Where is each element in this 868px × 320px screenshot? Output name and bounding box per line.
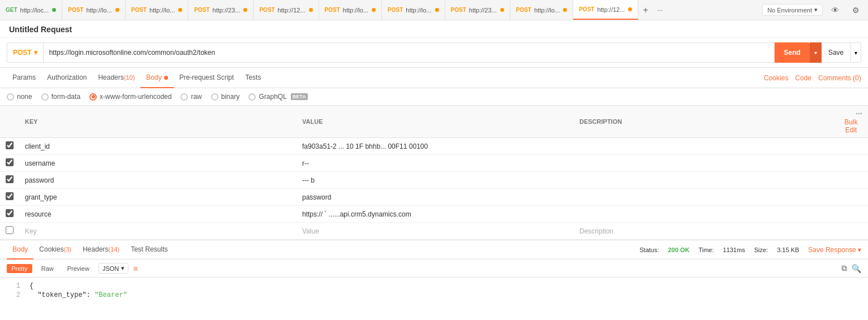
row2-key-input[interactable] — [25, 159, 291, 167]
row5-desc-input[interactable] — [579, 210, 828, 218]
row1-key-input[interactable] — [25, 142, 291, 150]
resp-tab-headers[interactable]: Headers (14) — [77, 241, 125, 260]
url-input[interactable] — [43, 42, 775, 63]
tab-params-label: Params — [12, 73, 36, 81]
row2-check-cell — [0, 155, 19, 172]
row3-value-input[interactable] — [302, 176, 568, 184]
comments-link[interactable]: Comments (0) — [818, 74, 861, 82]
tab-2[interactable]: POST http://lo... — [62, 0, 125, 20]
row1-value-input[interactable] — [302, 142, 568, 150]
tab-prerequest[interactable]: Pre-request Script — [174, 68, 240, 88]
save-response-button[interactable]: Save Response ▾ — [808, 246, 861, 254]
tab-headers[interactable]: Headers (10) — [92, 68, 140, 88]
empty-key-input[interactable] — [25, 227, 291, 235]
row3-desc-input[interactable] — [579, 176, 828, 184]
row2-desc-input[interactable] — [579, 159, 828, 167]
format-select[interactable]: JSON ▾ — [98, 263, 128, 274]
row5-checkbox[interactable] — [6, 209, 14, 217]
save-response-label: Save Response — [808, 246, 856, 254]
wrap-icon[interactable]: ≡ — [133, 264, 137, 273]
empty-desc-input[interactable] — [579, 227, 828, 235]
search-icon[interactable]: 🔍 — [852, 263, 861, 273]
tab-6-dot — [372, 8, 376, 12]
settings-icon[interactable]: ⚙ — [848, 2, 863, 18]
fmt-tab-raw[interactable]: Raw — [37, 264, 58, 273]
table-header-row: KEY VALUE DESCRIPTION ··· Bulk Edit — [0, 106, 868, 138]
empty-value-input[interactable] — [302, 227, 568, 235]
body-type-urlencoded[interactable]: x-www-form-urlencoded — [89, 93, 171, 101]
tab-9-method: POST — [516, 7, 531, 13]
row3-key-cell — [19, 172, 297, 189]
row4-desc-input[interactable] — [579, 193, 828, 201]
row3-key-input[interactable] — [25, 176, 291, 184]
send-dropdown-button[interactable]: ▾ — [810, 42, 822, 63]
body-type-binary[interactable]: binary — [211, 93, 240, 101]
eye-icon[interactable]: 👁 — [827, 2, 843, 18]
row2-value-input[interactable] — [302, 159, 568, 167]
body-type-graphql[interactable]: GraphQL BETA — [248, 93, 307, 101]
save-dropdown-button[interactable]: ▾ — [851, 42, 861, 63]
row5-value-input[interactable] — [302, 210, 568, 218]
bulk-edit-button[interactable]: Bulk Edit — [840, 118, 862, 134]
body-active-dot — [164, 76, 168, 80]
code-link[interactable]: Code — [795, 74, 811, 82]
resp-tab-cookies[interactable]: Cookies (3) — [33, 241, 77, 260]
tab-authorization[interactable]: Authorization — [41, 68, 92, 88]
body-type-bar: none form-data x-www-form-urlencoded raw… — [0, 88, 868, 106]
save-button[interactable]: Save — [822, 42, 851, 63]
format-bar: Pretty Raw Preview JSON ▾ ≡ ⧉ 🔍 — [0, 260, 868, 278]
resp-tab-test-results[interactable]: Test Results — [125, 241, 173, 260]
row1-checkbox[interactable] — [6, 141, 14, 149]
add-tab-button[interactable]: + — [638, 0, 652, 20]
method-select[interactable]: POST ▾ — [7, 42, 43, 63]
row3-checkbox[interactable] — [6, 175, 14, 183]
empty-row-checkbox[interactable] — [6, 226, 14, 234]
tab-6-method: POST — [325, 7, 340, 13]
tab-9[interactable]: POST http://lo... — [510, 0, 573, 20]
tab-4[interactable]: POST http://23... — [188, 0, 253, 20]
fmt-tab-preview[interactable]: Preview — [63, 264, 94, 273]
send-button[interactable]: Send — [775, 42, 809, 63]
tab-body-label: Body — [146, 73, 161, 81]
tab-params[interactable]: Params — [7, 68, 41, 88]
headers-badge: (10) — [124, 74, 135, 81]
table-row — [0, 155, 868, 172]
tab-7[interactable]: POST http://lo... — [382, 0, 445, 20]
tab-6[interactable]: POST http://lo... — [319, 0, 382, 20]
chevron-down-icon: ▾ — [814, 6, 818, 14]
tab-2-dot — [115, 8, 119, 12]
request-nav-tabs: Params Authorization Headers (10) Body P… — [0, 68, 868, 88]
save-label: Save — [828, 49, 844, 57]
row5-key-input[interactable] — [25, 210, 291, 218]
tab-8[interactable]: POST http://23... — [445, 0, 510, 20]
body-type-none[interactable]: none — [7, 93, 32, 101]
tab-5[interactable]: POST http://12... — [253, 0, 319, 20]
body-type-raw[interactable]: raw — [181, 93, 201, 101]
tab-1[interactable]: GET http://loc... — [0, 0, 62, 20]
row5-check-cell — [0, 206, 19, 223]
row4-checkbox[interactable] — [6, 192, 14, 200]
tab-1-method: GET — [6, 7, 18, 13]
status-value: 200 OK — [668, 247, 690, 253]
more-tabs-button[interactable]: ··· — [653, 0, 668, 20]
more-options-icon[interactable]: ··· — [856, 109, 862, 118]
tab-3[interactable]: POST http://lo... — [126, 0, 188, 20]
save-response-chevron: ▾ — [858, 246, 861, 254]
cookies-link[interactable]: Cookies — [764, 74, 788, 82]
radio-urlencoded — [89, 93, 97, 101]
fmt-tab-pretty[interactable]: Pretty — [7, 264, 32, 273]
body-type-form-data[interactable]: form-data — [41, 93, 80, 101]
tab-tests[interactable]: Tests — [239, 68, 267, 88]
tab-10[interactable]: POST http://12... — [573, 0, 638, 20]
row1-desc-input[interactable] — [579, 142, 828, 150]
row4-value-input[interactable] — [302, 193, 568, 201]
empty-value-cell — [297, 223, 574, 240]
row2-checkbox[interactable] — [6, 158, 14, 166]
row4-key-input[interactable] — [25, 193, 291, 201]
resp-tab-body[interactable]: Body — [7, 241, 33, 260]
copy-icon[interactable]: ⧉ — [841, 263, 847, 273]
env-dropdown[interactable]: No Environment ▾ — [762, 4, 823, 16]
tab-body[interactable]: Body — [140, 68, 173, 88]
response-section: Body Cookies (3) Headers (14) Test Resul… — [0, 240, 868, 312]
tab-authorization-label: Authorization — [47, 73, 87, 81]
